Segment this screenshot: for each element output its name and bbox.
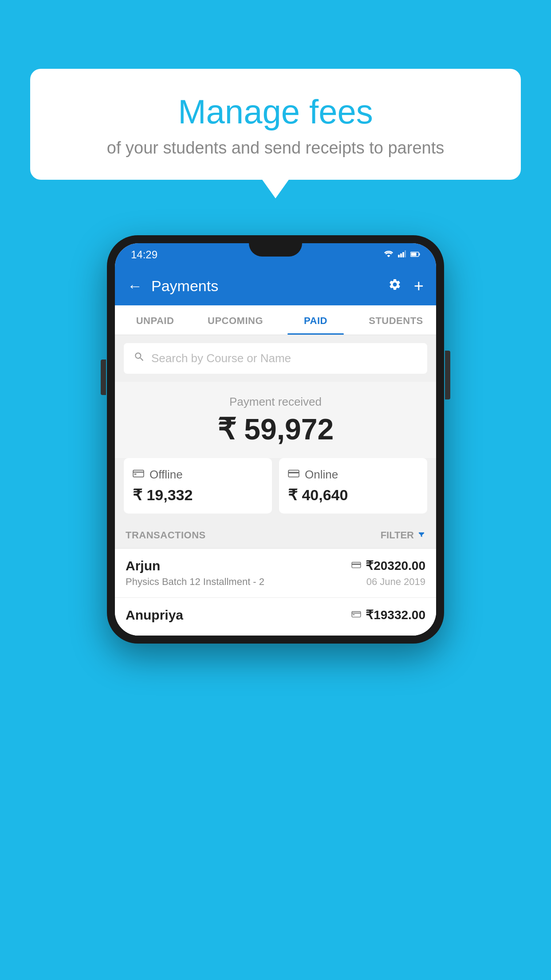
svg-rect-2: [402, 252, 404, 257]
app-bar-title: Payments: [151, 277, 379, 295]
transactions-header: TRANSACTIONS FILTER: [115, 522, 436, 549]
tab-students[interactable]: STUDENTS: [356, 305, 436, 335]
battery-icon: [410, 251, 420, 259]
speech-bubble-container: Manage fees of your students and send re…: [30, 69, 521, 180]
card-header-online: Online: [288, 468, 418, 482]
transaction-type-icon-arjun: [351, 560, 361, 572]
transaction-name-anupriya: Anupriya: [126, 608, 183, 623]
online-amount: ₹ 40,640: [288, 486, 418, 504]
payment-label: Payment received: [115, 395, 436, 409]
add-button[interactable]: +: [414, 277, 424, 296]
content-area: Search by Course or Name Payment receive…: [115, 343, 436, 636]
signal-icon: [398, 250, 406, 259]
svg-rect-10: [288, 470, 299, 477]
notch: [249, 243, 302, 257]
search-bar[interactable]: Search by Course or Name: [124, 343, 427, 374]
tab-paid[interactable]: PAID: [276, 305, 356, 335]
transaction-course-arjun: Physics Batch 12 Installment - 2: [126, 576, 264, 588]
offline-amount: ₹ 19,332: [133, 486, 263, 504]
transaction-type-icon-anupriya: [351, 609, 361, 621]
filter-icon: [417, 530, 425, 541]
transaction-top-arjun: Arjun ₹20320.00: [126, 558, 425, 573]
search-placeholder: Search by Course or Name: [151, 352, 291, 365]
svg-rect-0: [398, 255, 400, 257]
svg-rect-12: [352, 562, 361, 568]
svg-rect-1: [400, 253, 402, 257]
svg-rect-3: [405, 250, 406, 257]
transaction-amount-wrap-anupriya: ₹19332.00: [351, 608, 425, 622]
phone-outer: 14:29: [107, 235, 444, 644]
online-icon: [288, 468, 299, 482]
svg-rect-6: [411, 253, 417, 256]
app-bar-actions: +: [388, 277, 424, 296]
payment-amount: ₹ 59,972: [115, 412, 436, 447]
svg-rect-9: [134, 474, 136, 474]
bubble-subtitle: of your students and send receipts to pa…: [57, 138, 494, 158]
offline-card: Offline ₹ 19,332: [124, 458, 272, 514]
transaction-amount-wrap-arjun: ₹20320.00: [351, 558, 425, 573]
filter-label-text: FILTER: [381, 530, 414, 541]
app-bar: ← Payments +: [115, 266, 436, 305]
svg-rect-5: [419, 253, 420, 256]
settings-button[interactable]: [388, 278, 401, 294]
transaction-bottom-arjun: Physics Batch 12 Installment - 2 06 June…: [126, 576, 425, 588]
status-bar: 14:29: [115, 243, 436, 266]
phone-screen: 14:29: [115, 243, 436, 636]
card-header-offline: Offline: [133, 468, 263, 482]
wifi-icon: [384, 250, 394, 259]
transaction-item-arjun[interactable]: Arjun ₹20320.00 Physics: [115, 549, 436, 598]
back-button[interactable]: ←: [127, 277, 142, 295]
speech-bubble: Manage fees of your students and send re…: [30, 69, 521, 180]
offline-label: Offline: [150, 468, 183, 482]
status-icons: [384, 250, 420, 259]
search-icon: [134, 351, 145, 366]
offline-icon: [133, 468, 144, 482]
transaction-amount-anupriya: ₹19332.00: [366, 608, 425, 622]
online-label: Online: [305, 468, 338, 482]
filter-button[interactable]: FILTER: [381, 530, 425, 541]
tab-bar: UNPAID UPCOMING PAID STUDENTS: [115, 305, 436, 335]
phone-wrapper: 14:29: [107, 235, 444, 644]
transaction-date-arjun: 06 June 2019: [366, 576, 425, 588]
transaction-amount-arjun: ₹20320.00: [366, 558, 425, 573]
payment-received-section: Payment received ₹ 59,972: [115, 382, 436, 458]
transaction-item-anupriya[interactable]: Anupriya ₹19332.00: [115, 598, 436, 636]
svg-rect-16: [353, 614, 355, 615]
transaction-top-anupriya: Anupriya ₹19332.00: [126, 608, 425, 623]
transaction-name-arjun: Arjun: [126, 558, 160, 573]
transactions-label: TRANSACTIONS: [126, 530, 206, 541]
status-time: 14:29: [131, 249, 157, 261]
tab-unpaid[interactable]: UNPAID: [115, 305, 195, 335]
tab-upcoming[interactable]: UPCOMING: [195, 305, 276, 335]
payment-cards: Offline ₹ 19,332 Online: [124, 458, 427, 514]
bubble-title: Manage fees: [57, 93, 494, 130]
online-card: Online ₹ 40,640: [279, 458, 427, 514]
